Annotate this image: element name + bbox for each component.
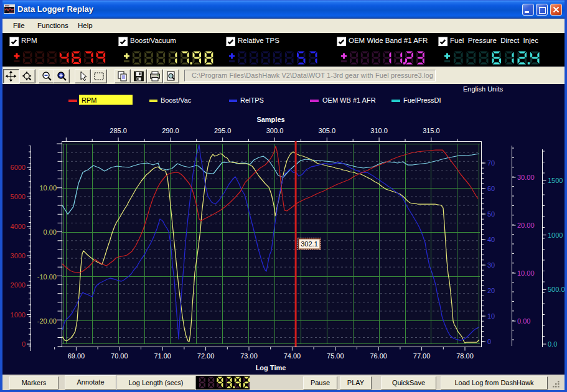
- svg-text:20: 20: [487, 287, 495, 294]
- svg-text:69.00: 69.00: [68, 352, 85, 360]
- svg-text:70.00: 70.00: [111, 352, 128, 360]
- svg-text:72.00: 72.00: [197, 352, 215, 360]
- svg-text:315.0: 315.0: [423, 127, 440, 134]
- svg-text:40: 40: [487, 236, 495, 243]
- svg-text:1500: 1500: [548, 177, 563, 184]
- svg-text:English Units: English Units: [463, 85, 504, 93]
- svg-text:0.00: 0.00: [517, 317, 530, 325]
- svg-text:-20.00: -20.00: [37, 317, 57, 325]
- svg-text:305.0: 305.0: [319, 127, 336, 134]
- svg-text:10.00: 10.00: [517, 269, 535, 277]
- svg-text:73.00: 73.00: [240, 352, 258, 360]
- svg-text:78.00: 78.00: [456, 352, 474, 360]
- svg-text:Log Time: Log Time: [256, 364, 286, 371]
- svg-text:FuelPressDI: FuelPressDI: [403, 96, 441, 104]
- svg-text:70: 70: [487, 159, 495, 167]
- svg-text:2000: 2000: [11, 281, 26, 289]
- svg-text:74.00: 74.00: [284, 352, 301, 360]
- svg-text:1000: 1000: [548, 231, 563, 239]
- svg-text:0: 0: [487, 338, 491, 345]
- svg-text:10: 10: [487, 312, 495, 320]
- svg-text:0.0: 0.0: [548, 340, 557, 348]
- svg-text:Boost/Vac: Boost/Vac: [161, 96, 192, 104]
- svg-text:295.0: 295.0: [214, 127, 232, 134]
- svg-text:OEM WB #1 AFR: OEM WB #1 AFR: [322, 96, 376, 104]
- svg-text:10.00: 10.00: [39, 184, 57, 192]
- svg-text:290.0: 290.0: [162, 127, 179, 134]
- svg-text:-10.00: -10.00: [37, 273, 57, 281]
- svg-text:RPM: RPM: [82, 96, 96, 104]
- svg-text:60: 60: [487, 185, 495, 192]
- svg-text:3000: 3000: [11, 252, 26, 259]
- svg-text:285.0: 285.0: [110, 127, 127, 134]
- svg-text:1000: 1000: [11, 311, 26, 319]
- svg-text:0: 0: [22, 340, 26, 348]
- svg-text:30.00: 30.00: [517, 174, 535, 181]
- svg-text:5000: 5000: [11, 193, 26, 200]
- svg-text:75.00: 75.00: [327, 352, 344, 360]
- svg-text:500.0: 500.0: [548, 286, 565, 293]
- svg-text:302.1: 302.1: [301, 240, 318, 248]
- svg-text:6000: 6000: [11, 164, 26, 171]
- svg-text:30: 30: [487, 261, 495, 269]
- svg-text:0.00: 0.00: [44, 228, 57, 236]
- svg-text:76.00: 76.00: [370, 352, 387, 360]
- svg-text:50: 50: [487, 210, 495, 218]
- svg-text:71.00: 71.00: [154, 352, 171, 360]
- svg-text:310.0: 310.0: [370, 127, 388, 134]
- svg-text:RelTPS: RelTPS: [240, 96, 264, 104]
- svg-text:77.00: 77.00: [413, 352, 431, 360]
- svg-text:Samples: Samples: [256, 116, 284, 123]
- svg-text:4000: 4000: [11, 223, 26, 230]
- svg-text:300.0: 300.0: [266, 127, 284, 134]
- svg-text:20.00: 20.00: [517, 222, 535, 229]
